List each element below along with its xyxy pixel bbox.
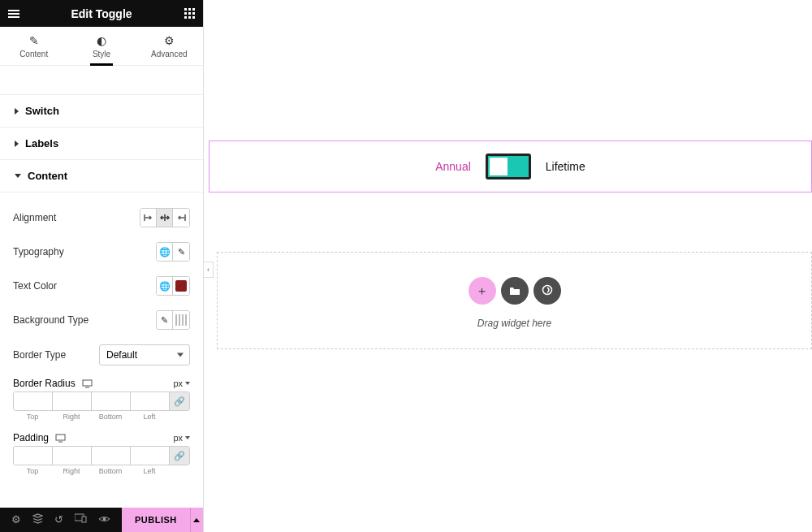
toggle-label-right[interactable]: Lifetime xyxy=(546,160,585,173)
toggle-knob xyxy=(490,158,508,175)
plus-icon: ＋ xyxy=(476,283,488,299)
control-border-radius-header: Border Radius px xyxy=(13,373,190,391)
toggle-widget[interactable]: Annual Lifetime xyxy=(209,141,812,192)
drop-hint-text: Drag widget here xyxy=(477,318,551,329)
align-right-button[interactable] xyxy=(173,209,189,227)
gear-icon: ⚙ xyxy=(164,34,175,47)
padding-left[interactable] xyxy=(131,447,170,465)
control-typography: Typography 🌐 ✎ xyxy=(13,235,190,269)
section-switch[interactable]: Switch xyxy=(0,95,203,128)
svg-rect-12 xyxy=(82,517,86,522)
svg-point-13 xyxy=(103,517,106,521)
drop-section[interactable]: ＋ Drag widget here xyxy=(217,252,812,349)
brush-icon: ✎ xyxy=(161,315,168,326)
add-section-button[interactable]: ＋ xyxy=(469,277,496,305)
border-radius-top[interactable] xyxy=(14,392,53,410)
tab-style[interactable]: ◐ Style xyxy=(67,27,135,65)
link-icon: 🔗 xyxy=(174,396,185,407)
caret-right-icon xyxy=(15,141,19,147)
control-border-type: Border Type Default xyxy=(13,337,190,373)
border-type-select[interactable]: Default xyxy=(99,344,190,365)
section-content[interactable]: Content xyxy=(0,160,203,192)
svg-rect-9 xyxy=(56,435,65,440)
pencil-icon: ✎ xyxy=(29,34,39,47)
text-color-picker-button[interactable] xyxy=(173,277,189,295)
typography-global-button[interactable]: 🌐 xyxy=(157,243,173,261)
chevron-down-icon xyxy=(185,382,190,385)
import-icon xyxy=(542,284,553,298)
align-center-button[interactable] xyxy=(157,209,173,227)
tab-content[interactable]: ✎ Content xyxy=(0,27,67,65)
preview-icon[interactable] xyxy=(98,513,110,526)
typography-edit-button[interactable]: ✎ xyxy=(173,243,189,261)
border-radius-bottom[interactable] xyxy=(92,392,131,410)
border-radius-link-button[interactable]: 🔗 xyxy=(170,392,189,410)
sidebar-footer: ⚙ ↺ PUBLISH xyxy=(0,508,203,532)
collapse-sidebar-button[interactable]: ‹ xyxy=(204,262,214,278)
publish-options-button[interactable] xyxy=(190,508,203,532)
chevron-up-icon xyxy=(193,518,200,522)
padding-link-button[interactable]: 🔗 xyxy=(170,447,189,465)
section-labels[interactable]: Labels xyxy=(0,128,203,160)
toggle-label-left[interactable]: Annual xyxy=(435,160,471,173)
svg-rect-7 xyxy=(83,380,92,386)
folder-icon xyxy=(509,284,520,298)
padding-right[interactable] xyxy=(53,447,92,465)
caret-right-icon xyxy=(15,108,19,115)
toggle-switch[interactable] xyxy=(486,154,531,179)
preview-canvas: Annual Lifetime ‹ ＋ xyxy=(204,0,812,532)
padding-inputs: 🔗 xyxy=(13,446,190,465)
settings-icon[interactable]: ⚙ xyxy=(11,513,21,526)
menu-icon[interactable] xyxy=(8,8,19,19)
responsive-icon[interactable] xyxy=(75,513,87,526)
color-swatch xyxy=(175,280,187,292)
padding-bottom[interactable] xyxy=(92,447,131,465)
control-background-type: Background Type ✎ xyxy=(13,303,190,337)
control-padding-header: Padding px xyxy=(13,427,190,446)
navigator-icon[interactable] xyxy=(32,513,43,526)
caret-down-icon xyxy=(15,174,21,178)
text-color-global-button[interactable]: 🌐 xyxy=(157,277,173,295)
control-alignment: Alignment xyxy=(13,201,190,235)
align-left-button[interactable] xyxy=(140,209,157,227)
sidebar-header: Edit Toggle xyxy=(0,0,203,27)
globe-icon: 🌐 xyxy=(159,281,171,292)
control-text-color: Text Color 🌐 xyxy=(13,269,190,303)
padding-top[interactable] xyxy=(14,447,53,465)
bg-classic-button[interactable]: ✎ xyxy=(157,311,173,329)
border-radius-inputs: 🔗 xyxy=(13,391,190,411)
gradient-icon xyxy=(175,314,187,326)
desktop-icon[interactable] xyxy=(55,434,66,443)
chevron-down-icon xyxy=(185,436,190,439)
editor-tabs: ✎ Content ◐ Style ⚙ Advanced xyxy=(0,27,203,66)
border-radius-right[interactable] xyxy=(53,392,92,410)
editor-sidebar: Edit Toggle ✎ Content ◐ Style ⚙ Advanced… xyxy=(0,0,204,532)
desktop-icon[interactable] xyxy=(82,379,93,388)
publish-button[interactable]: PUBLISH xyxy=(122,508,190,532)
padding-unit[interactable]: px xyxy=(173,433,190,443)
globe-icon: 🌐 xyxy=(159,247,171,257)
pencil-icon: ✎ xyxy=(178,247,185,257)
panel-title: Edit Toggle xyxy=(19,7,184,20)
tab-advanced[interactable]: ⚙ Advanced xyxy=(136,27,203,65)
panel-body: Switch Labels Content Alignment xyxy=(0,66,203,508)
template-library-button[interactable] xyxy=(501,277,529,305)
alignment-group xyxy=(140,208,190,227)
link-icon: 🔗 xyxy=(174,451,185,461)
border-radius-left[interactable] xyxy=(131,392,170,410)
svg-point-14 xyxy=(542,285,551,294)
contrast-icon: ◐ xyxy=(97,34,106,47)
history-icon[interactable]: ↺ xyxy=(54,513,63,526)
widgets-grid-icon[interactable] xyxy=(184,8,195,19)
border-radius-unit[interactable]: px xyxy=(173,378,190,388)
import-button[interactable] xyxy=(533,277,561,305)
bg-gradient-button[interactable] xyxy=(173,311,189,329)
